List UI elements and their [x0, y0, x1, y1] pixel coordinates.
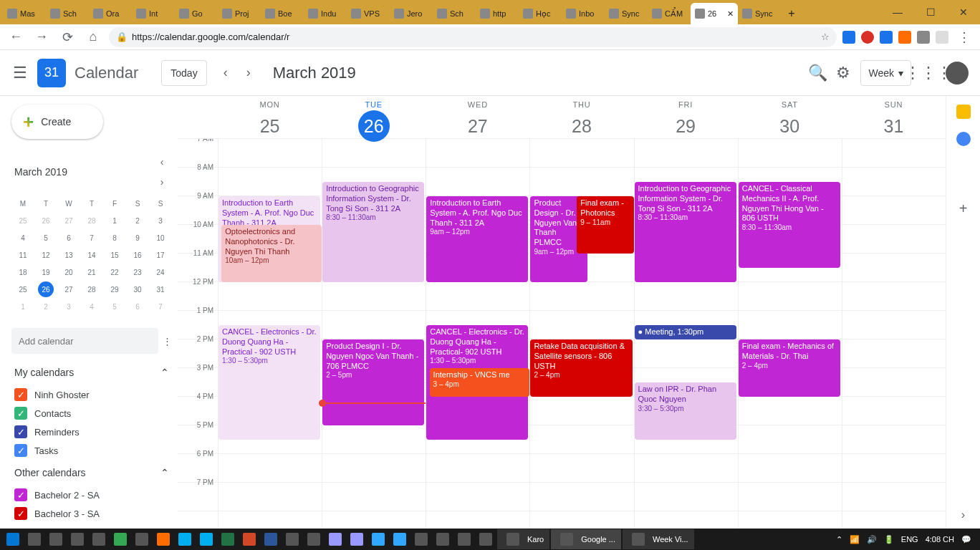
calendar-item[interactable]: ✓Reminders [11, 423, 172, 441]
calendar-item[interactable]: ✓Contacts [11, 404, 172, 423]
tray-network-icon[interactable]: 📶 [850, 535, 860, 544]
mini-day[interactable]: 4 [80, 298, 103, 315]
taskbar-pinned[interactable] [454, 529, 474, 549]
calendar-checkbox[interactable]: ✓ [14, 388, 27, 401]
calendar-checkbox[interactable]: ✓ [14, 425, 27, 438]
mini-day[interactable]: 1 [103, 212, 126, 229]
day-column[interactable]: Introduction to Earth System - A. Prof. … [426, 139, 529, 529]
main-menu-icon[interactable]: ☰ [11, 64, 29, 82]
task-view[interactable] [24, 529, 44, 549]
taskbar-pinned[interactable] [67, 529, 87, 549]
mini-day[interactable]: 7 [80, 229, 103, 246]
day-column[interactable]: Product Design - Dr. Nguyen Van Thanh PL… [529, 139, 633, 529]
taskbar-pinned[interactable] [411, 529, 431, 549]
mini-next[interactable]: › [155, 172, 169, 192]
taskbar-pinned[interactable] [433, 529, 453, 549]
calendar-event[interactable]: Final exam - Photonics9 – 11am [577, 196, 633, 254]
mini-day[interactable]: 17 [149, 246, 172, 264]
calendar-item[interactable]: ✓Bachelor 2 - SA [11, 486, 172, 504]
calendar-options-icon[interactable]: ⋮ [163, 336, 172, 347]
calendar-event[interactable]: ● Meeting, 1:30pm [635, 325, 736, 339]
window-maximize[interactable]: ☐ [914, 0, 947, 24]
day-number[interactable]: 27 [462, 110, 494, 142]
calendar-event[interactable]: Retake Data acquisition & Satellite sens… [530, 339, 632, 397]
day-number[interactable]: 30 [774, 110, 805, 142]
mini-day[interactable]: 5 [103, 298, 126, 315]
calendar-event[interactable]: Introduction to Geographic Information S… [635, 182, 736, 282]
reload-button[interactable]: ⟳ [57, 27, 77, 47]
browser-tab[interactable]: 26✕ [691, 3, 738, 24]
browser-tab[interactable]: Mas [3, 3, 46, 24]
action-center-icon[interactable]: 💬 [961, 535, 971, 544]
collapse-panel-icon[interactable]: › [961, 508, 965, 521]
mini-day[interactable]: 16 [126, 246, 149, 264]
browser-tab[interactable]: CẨM [648, 3, 691, 24]
calendar-event[interactable]: Introduction to Earth System - A. Prof. … [426, 196, 528, 282]
mini-day[interactable]: 25 [11, 212, 34, 229]
mini-day[interactable]: 20 [57, 264, 80, 281]
mini-day[interactable]: 7 [149, 298, 172, 315]
tray-language[interactable]: ENG [901, 535, 918, 544]
tray-volume-icon[interactable]: 🔊 [867, 535, 877, 544]
day-header[interactable]: SUN31 [842, 96, 946, 138]
extension-icon[interactable] [842, 31, 855, 44]
powerpoint[interactable] [239, 529, 259, 549]
mini-day[interactable]: 12 [34, 246, 57, 264]
mini-day[interactable]: 5 [34, 229, 57, 246]
url-field[interactable]: 🔒 https://calendar.google.com/calendar/r… [109, 27, 837, 47]
taskbar-pinned[interactable] [175, 529, 195, 549]
star-icon[interactable]: ☆ [821, 32, 830, 42]
close-tab-icon[interactable]: ✕ [727, 9, 734, 19]
mini-day[interactable]: 24 [149, 264, 172, 281]
tasks-icon[interactable] [956, 132, 971, 146]
day-header[interactable]: SAT30 [738, 96, 842, 138]
browser-tab[interactable]: Jero [390, 3, 433, 24]
mini-day[interactable]: 29 [103, 281, 126, 298]
word[interactable] [261, 529, 281, 549]
mini-day[interactable]: 26 [34, 212, 57, 229]
browser-tab[interactable]: Boe [261, 3, 304, 24]
mini-day[interactable]: 27 [57, 281, 80, 298]
calendar-event[interactable]: Internship - VNCS me3 – 4pm [430, 368, 530, 397]
photoshop[interactable] [390, 529, 410, 549]
taskbar-pinned[interactable] [110, 529, 130, 549]
taskbar-pinned[interactable] [476, 529, 496, 549]
my-calendars-toggle[interactable]: My calendars ⌃ [11, 360, 172, 385]
mini-prev[interactable]: ‹ [155, 152, 169, 172]
calendar-item[interactable]: ✓Tasks [11, 441, 172, 460]
extension-icon[interactable] [880, 31, 893, 44]
browser-tab[interactable]: Int [132, 3, 175, 24]
mini-day[interactable]: 13 [57, 246, 80, 264]
calendar-event[interactable]: Final exam - Mechanics of Materials - Dr… [739, 339, 840, 397]
day-column[interactable]: Introduction to Geographic Information S… [634, 139, 738, 529]
calendar-event[interactable]: CANCEL - Classical Mechanics II - A. Pro… [739, 182, 840, 268]
browser-tab[interactable]: VPS [347, 3, 390, 24]
mini-day[interactable]: 18 [11, 264, 34, 281]
taskbar-app[interactable]: Karo [497, 529, 549, 549]
mini-day[interactable]: 22 [103, 264, 126, 281]
taskbar-pinned[interactable] [304, 529, 324, 549]
keep-icon[interactable] [956, 105, 971, 119]
calendar-event[interactable]: Product Design I - Dr. Nguyen Ngoc Van T… [322, 339, 424, 425]
day-header[interactable]: THU28 [529, 96, 633, 138]
day-number[interactable]: 26 [358, 110, 390, 142]
calendar-checkbox[interactable]: ✓ [14, 444, 27, 457]
mini-day[interactable]: 21 [80, 264, 103, 281]
browser-tab[interactable]: Indu [304, 3, 347, 24]
mini-day[interactable]: 6 [57, 229, 80, 246]
calendar-checkbox[interactable]: ✓ [14, 488, 27, 501]
mini-day[interactable]: 14 [80, 246, 103, 264]
calendar-event[interactable]: Introduction to Geographic Information S… [322, 182, 424, 282]
day-column[interactable]: CANCEL - Classical Mechanics II - A. Pro… [738, 139, 842, 529]
taskbar-pinned[interactable] [132, 529, 152, 549]
calendar-event[interactable]: Law on IPR - Dr. Phan Quoc Nguyen3:30 – … [635, 382, 736, 440]
other-calendars-toggle[interactable]: Other calendars ⌃ [11, 460, 172, 486]
day-header[interactable]: FRI29 [634, 96, 738, 138]
browser-tab[interactable]: Inbo [562, 3, 605, 24]
aftereffects[interactable] [347, 529, 367, 549]
extension-icon[interactable] [917, 31, 930, 44]
browser-tab[interactable]: Sync [605, 3, 648, 24]
mini-day[interactable]: 1 [11, 298, 34, 315]
mini-day[interactable]: 31 [149, 281, 172, 298]
calendar-checkbox[interactable]: ✓ [14, 407, 27, 420]
